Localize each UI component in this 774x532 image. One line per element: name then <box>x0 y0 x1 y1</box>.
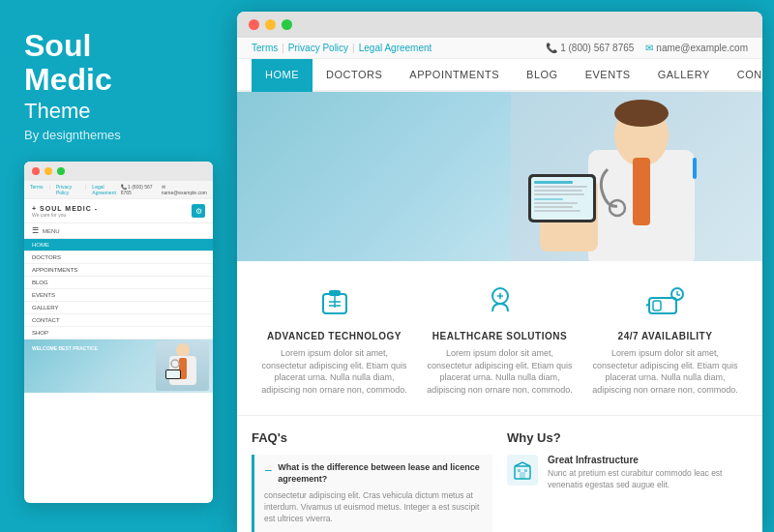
brand-by: By designthemes <box>24 128 213 142</box>
mini-menu-text: MENU <box>43 228 60 234</box>
feature-availability: 24/7 AVAILABILITY Lorem ipsum dolor sit … <box>582 281 748 396</box>
site-hero <box>237 92 762 261</box>
mini-menu-row: ☰ MENU <box>24 223 213 239</box>
hero-doctor-svg <box>511 92 762 261</box>
mini-browser-mockup: Terms | Privacy Policy | Legal Agreement… <box>24 162 213 503</box>
main-browser: Terms | Privacy Policy | Legal Agreement… <box>237 12 762 532</box>
features-section: ADVANCED TECHNOLOGY Lorem ipsum dolor si… <box>237 261 762 416</box>
svg-rect-16 <box>534 190 582 192</box>
whyus-panel: Why Us? Great Infrastructure Nunc <box>507 430 748 532</box>
whyus-content-1: Great Infrastructure Nunc at pretium est… <box>548 455 748 491</box>
mini-hero: WELCOME BEST PRACTICE <box>24 340 213 393</box>
mini-nav-appointments: APPOINTMENTS <box>24 264 213 277</box>
brand-block: Soul Medic Theme By designthemes <box>24 29 213 142</box>
mini-wrench: ⚙ <box>192 204 205 218</box>
svg-rect-17 <box>534 193 584 195</box>
nav-gallery[interactable]: GALLERY <box>644 59 724 92</box>
faq-question-1: What is the difference between lease and… <box>278 462 483 485</box>
topbar-links: Terms | Privacy Policy | Legal Agreement <box>252 43 432 53</box>
dot-yellow[interactable] <box>265 19 276 30</box>
nav-contact[interactable]: CONTACT <box>724 59 762 92</box>
faqs-panel: FAQ's − What is the difference between l… <box>252 430 492 532</box>
svg-rect-20 <box>534 206 573 208</box>
feature-1-desc: Lorem ipsum dolor sit amet, consectetur … <box>261 347 407 396</box>
svg-point-8 <box>614 100 669 127</box>
topbar-sep-1: | <box>282 43 284 53</box>
email-contact: ✉ name@example.com <box>645 43 748 53</box>
feature-2-title: HEALTHCARE SOLUTIONS <box>427 331 573 341</box>
mini-topbar-contact: 📞 1 (800) 567 8765 ✉ name@example.com <box>121 184 207 195</box>
advanced-tech-icon <box>313 281 356 323</box>
mini-topbar: Terms | Privacy Policy | Legal Agreement… <box>24 181 213 199</box>
mini-doctor-svg <box>164 342 202 391</box>
phone-number: 1 (800) 567 8765 <box>560 43 634 53</box>
nav-blog[interactable]: BLOG <box>513 59 572 92</box>
legal-link[interactable]: Legal Agreement <box>359 43 432 53</box>
mini-nav-blog: BLOG <box>24 277 213 289</box>
svg-rect-32 <box>653 301 661 310</box>
feature-2-desc: Lorem ipsum dolor sit amet, consectetur … <box>427 347 573 396</box>
mini-dot-red <box>32 167 40 175</box>
svg-rect-24 <box>329 290 341 296</box>
faq-answer-1: consectetur adipiscing elit. Cras vehicu… <box>264 490 483 525</box>
svg-rect-15 <box>534 186 587 188</box>
mini-nav: HOME DOCTORS APPOINTMENTS BLOG EVENTS GA… <box>24 239 213 340</box>
feature-1-title: ADVANCED TECHNOLOGY <box>261 331 407 341</box>
topbar-contact: 📞 1 (800) 567 8765 ✉ name@example.com <box>546 43 748 53</box>
whyus-item-title-1: Great Infrastructure <box>548 455 748 465</box>
feature-healthcare: HEALTHCARE SOLUTIONS Lorem ipsum dolor s… <box>417 281 582 396</box>
mini-browser-titlebar <box>24 162 213 181</box>
left-panel: Soul Medic Theme By designthemes Terms |… <box>0 0 237 532</box>
brand-subtitle: Theme <box>24 99 213 124</box>
mini-topbar-links: Terms | Privacy Policy | Legal Agreement <box>30 184 121 195</box>
browser-titlebar <box>237 12 762 38</box>
whyus-item-1: Great Infrastructure Nunc at pretium est… <box>507 455 748 491</box>
dot-green[interactable] <box>282 19 292 30</box>
dot-red[interactable] <box>249 19 259 30</box>
svg-rect-39 <box>524 469 527 472</box>
svg-point-0 <box>176 343 190 357</box>
svg-rect-38 <box>518 469 521 472</box>
mini-logo-sub: We care for you <box>32 212 98 218</box>
feature-advanced-tech: ADVANCED TECHNOLOGY Lorem ipsum dolor si… <box>252 281 417 396</box>
mini-nav-doctors: DOCTORS <box>24 251 213 264</box>
nav-appointments[interactable]: APPOINTMENTS <box>396 59 513 92</box>
phone-icon: 📞 <box>546 43 557 53</box>
mini-phone: 📞 1 (800) 567 8765 <box>121 184 156 195</box>
faqs-title: FAQ's <box>252 430 492 445</box>
mini-dot-yellow <box>45 167 52 175</box>
privacy-link[interactable]: Privacy Policy <box>288 43 348 53</box>
phone-contact: 📞 1 (800) 567 8765 <box>546 43 634 53</box>
svg-rect-9 <box>633 158 650 225</box>
whyus-building-icon <box>507 455 538 486</box>
brand-title: Soul Medic <box>24 29 213 97</box>
mini-dot-green <box>57 167 65 175</box>
mini-nav-contact: CONTACT <box>24 314 213 327</box>
feature-3-desc: Lorem ipsum dolor sit amet, consectetur … <box>592 347 738 396</box>
mini-nav-events: EVENTS <box>24 289 213 302</box>
svg-rect-22 <box>693 158 697 179</box>
faq-minus-icon: − <box>264 463 272 477</box>
whyus-title: Why Us? <box>507 430 748 445</box>
svg-rect-21 <box>534 210 580 212</box>
faq-item-1: − What is the difference between lease a… <box>252 455 492 532</box>
mini-nav-gallery: GALLERY <box>24 302 213 314</box>
mini-privacy-link: Privacy Policy <box>56 184 79 195</box>
mini-logo-row: + SOUL MEDIC - We care for you ⚙ <box>24 199 213 223</box>
mini-terms-link: Terms <box>30 184 44 195</box>
nav-home[interactable]: HOME <box>252 59 313 92</box>
browser-body: Terms | Privacy Policy | Legal Agreement… <box>237 38 762 532</box>
nav-doctors[interactable]: DOCTORS <box>313 59 396 92</box>
svg-rect-14 <box>534 181 573 184</box>
mini-legal-link: Legal Agreement <box>92 184 120 195</box>
svg-rect-37 <box>520 472 525 479</box>
hero-doctor-area <box>511 92 762 261</box>
svg-rect-5 <box>166 370 180 378</box>
mini-wrench-icon: ⚙ <box>192 204 205 218</box>
terms-link[interactable]: Terms <box>252 43 278 53</box>
nav-events[interactable]: EVENTS <box>572 59 644 92</box>
mini-hero-doctor-img <box>156 341 209 391</box>
topbar-sep-2: | <box>352 43 355 53</box>
mini-hamburger-icon: ☰ <box>32 226 39 235</box>
mini-logo-text: + SOUL MEDIC - <box>32 205 98 212</box>
